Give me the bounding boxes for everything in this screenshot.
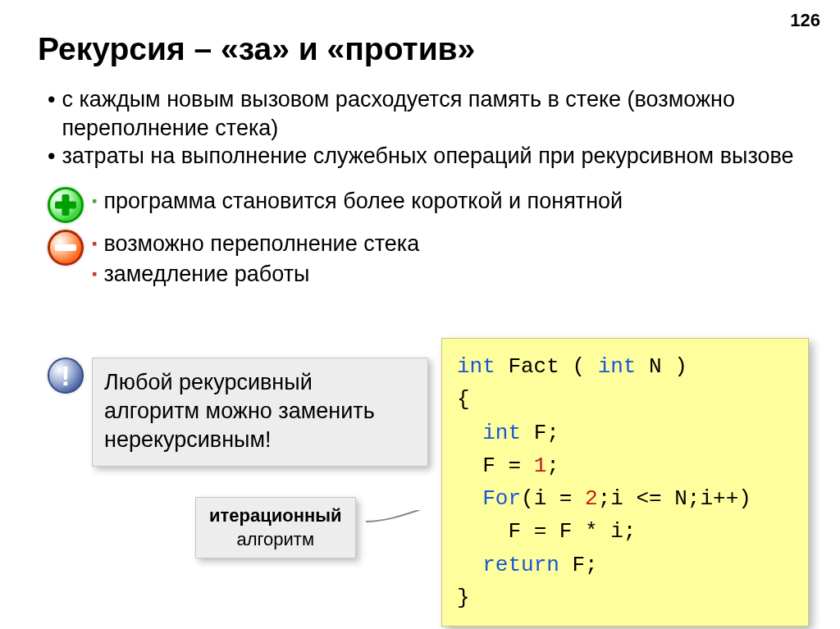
code-indent [457, 454, 482, 478]
code-keyword: int [482, 421, 521, 445]
code-block: int Fact ( int N ) { int F; F = 1; For(i… [441, 338, 809, 627]
code-text: } [457, 586, 470, 610]
list-item: ▪ возможно переполнение стека [92, 230, 807, 258]
code-text: F; [521, 421, 559, 445]
code-text: F = F * i; [508, 519, 636, 544]
code-text: ; [546, 454, 559, 478]
code-keyword: return [482, 553, 559, 577]
list-item: • с каждым новым вызовом расходуется пам… [48, 85, 807, 142]
code-keyword: For [482, 486, 521, 511]
bullet-icon: • [48, 85, 55, 114]
bullet-icon: ▪ [92, 230, 97, 258]
note-callout: ! Любой рекурсивный алгоритм можно замен… [48, 358, 428, 467]
code-text: F; [559, 553, 598, 577]
minus-badge [48, 230, 92, 266]
code-number: 1 [534, 454, 547, 478]
label-bold: итерационный [209, 505, 342, 526]
label-rest: алгоритм [237, 529, 315, 549]
bullet-text: затраты на выполнение служебных операций… [62, 142, 793, 171]
code-text: ;i <= N;i++) [598, 486, 751, 511]
note-box: Любой рекурсивный алгоритм можно заменит… [92, 358, 428, 467]
minus-icon [48, 230, 84, 266]
code-indent [457, 486, 482, 511]
plus-badge [48, 187, 92, 223]
callout-connector [366, 510, 445, 540]
code-indent [457, 553, 482, 577]
con-text: замедление работы [103, 260, 309, 289]
code-number: 2 [585, 486, 598, 511]
pros-row: ▪ программа становится более короткой и … [48, 187, 807, 223]
code-text: (i = [521, 486, 585, 511]
list-item: • затраты на выполнение служебных операц… [48, 142, 807, 171]
page-title: Рекурсия – «за» и «против» [0, 0, 840, 67]
con-text: возможно переполнение стека [103, 230, 419, 258]
code-text: Fact ( [495, 354, 598, 379]
exclamation-mark: ! [61, 362, 70, 390]
bullet-icon: • [48, 142, 55, 171]
exclamation-icon: ! [48, 358, 84, 394]
bullet-text: с каждым новым вызовом расходуется памят… [62, 85, 807, 142]
cons-row: ▪ возможно переполнение стека ▪ замедлен… [48, 230, 807, 290]
bullet-icon: ▪ [92, 260, 97, 288]
note-text: Любой рекурсивный алгоритм можно заменит… [104, 370, 375, 452]
code-keyword: int [598, 354, 637, 379]
code-text: F = [482, 454, 533, 478]
code-indent [457, 421, 482, 445]
list-item: ▪ замедление работы [92, 260, 807, 289]
pro-text: программа становится более короткой и по… [103, 187, 623, 216]
list-item: ▪ программа становится более короткой и … [92, 187, 807, 216]
bullet-icon: ▪ [92, 187, 97, 215]
code-indent [457, 519, 508, 544]
plus-icon [48, 187, 84, 223]
page-number: 126 [790, 10, 820, 31]
code-text: N ) [636, 354, 687, 379]
pros-cons-section: ▪ программа становится более короткой и … [0, 171, 840, 290]
algorithm-label: итерационный алгоритм [195, 497, 356, 558]
code-text: { [457, 387, 470, 412]
top-bullet-list: • с каждым новым вызовом расходуется пам… [0, 67, 840, 171]
code-keyword: int [457, 354, 495, 379]
